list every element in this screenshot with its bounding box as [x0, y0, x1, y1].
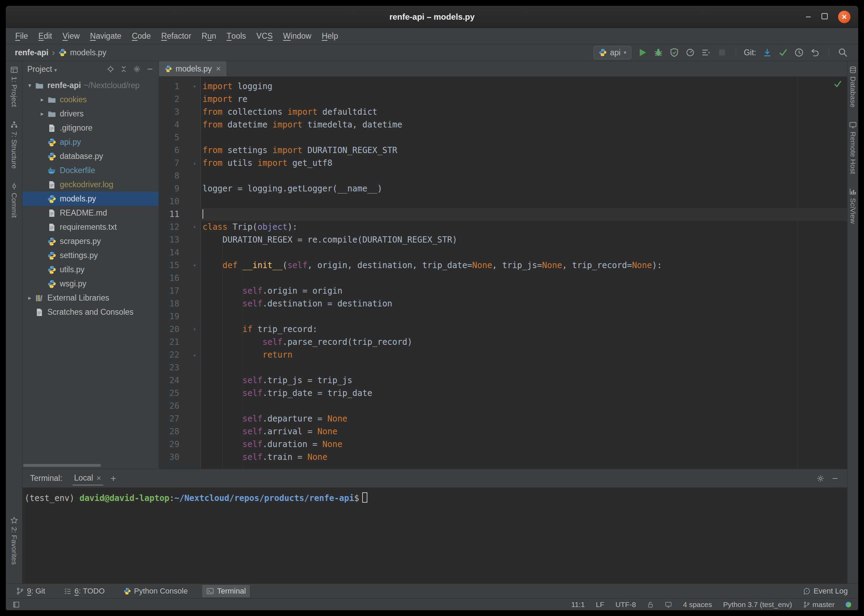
toolwindow-button-commit[interactable]: Commit	[10, 182, 18, 218]
code-editor[interactable]: 1▾import logging2import re3from collecti…	[159, 77, 847, 469]
breadcrumb-item-renfe-api[interactable]: renfe-api	[15, 48, 49, 57]
code-line[interactable]: 13 DURATION_REGEX = re.compile(DURATION_…	[159, 234, 847, 246]
locate-file-button[interactable]	[107, 65, 114, 73]
toolwindow-button-sciview[interactable]: SciView	[849, 188, 857, 223]
notification-indicator[interactable]	[846, 602, 851, 607]
chevron-right-icon[interactable]: ▸	[37, 96, 47, 103]
breadcrumb-item-models-py[interactable]: models.py	[70, 48, 107, 57]
close-terminal-tab-icon[interactable]	[96, 475, 102, 481]
chevron-right-icon[interactable]: ▸	[37, 110, 47, 118]
toolwindow-button-7-structure[interactable]: 7: Structure	[10, 121, 18, 169]
toolwindow-button-9-git[interactable]: 9: Git	[12, 585, 49, 597]
interpreter-selector[interactable]: Python 3.7 (test_env)	[723, 600, 792, 609]
tree-item-models-py[interactable]: models.py	[22, 192, 159, 206]
commit-button[interactable]	[777, 46, 789, 59]
fold-marker-icon[interactable]: ▾	[188, 323, 201, 336]
menu-item-view[interactable]: View	[57, 28, 85, 44]
code-line[interactable]: 19	[159, 310, 847, 323]
chevron-right-icon[interactable]: ▸	[25, 294, 35, 302]
code-line[interactable]: 25 self.trip_date = trip_date	[159, 387, 847, 400]
inspections-ok-icon[interactable]	[833, 79, 842, 88]
fold-marker-icon[interactable]: ▾	[188, 259, 201, 272]
tree-item-readme-md[interactable]: README.md	[22, 206, 159, 220]
menu-item-file[interactable]: File	[10, 28, 33, 44]
code-line[interactable]: 8	[159, 170, 847, 182]
tree-item-requirements-txt[interactable]: requirements.txt	[22, 220, 159, 234]
menu-item-window[interactable]: Window	[278, 28, 316, 44]
collapse-all-button[interactable]	[120, 65, 127, 73]
menu-item-run[interactable]: Run	[196, 28, 221, 44]
tree-item-dockerfile[interactable]: Dockerfile	[22, 163, 159, 178]
fold-marker-icon[interactable]: ▾	[188, 221, 201, 234]
caret-position[interactable]: 11:1	[571, 600, 585, 609]
code-line[interactable]: 14	[159, 246, 847, 259]
toolwindow-button-terminal[interactable]: Terminal	[202, 585, 250, 597]
code-line[interactable]: 22▴ return	[159, 349, 847, 361]
event-log-button[interactable]: Event Log	[799, 585, 852, 597]
line-separator[interactable]: LF	[596, 600, 604, 609]
tree-item-scrapers-py[interactable]: scrapers.py	[22, 234, 159, 248]
close-button[interactable]: ×	[838, 11, 850, 23]
code-line[interactable]: 9logger = logging.getLogger(__name__)	[159, 182, 847, 195]
toolwindow-button-python-console[interactable]: Python Console	[119, 585, 192, 597]
chevron-down-icon[interactable]: ▾	[25, 82, 35, 89]
code-line[interactable]: 29 self.duration = None	[159, 438, 847, 451]
code-line[interactable]: 28 self.arrival = None	[159, 425, 847, 438]
menu-item-navigate[interactable]: Navigate	[85, 28, 127, 44]
tree-item-cookies[interactable]: ▸cookies	[22, 93, 159, 107]
menu-item-tools[interactable]: Tools	[222, 28, 251, 44]
tree-item-utils-py[interactable]: utils.py	[22, 262, 159, 277]
code-line[interactable]: 23	[159, 361, 847, 374]
tree-item-renfe-api[interactable]: ▾renfe-api~/Nextcloud/rep	[22, 79, 159, 93]
code-line[interactable]: 15▾ def __init__(self, origin, destinati…	[159, 259, 847, 272]
maximize-button[interactable]	[822, 13, 828, 21]
code-line[interactable]: 26	[159, 400, 847, 413]
tree-item-api-py[interactable]: api.py	[22, 135, 159, 149]
code-line[interactable]: 11	[159, 208, 847, 221]
code-line[interactable]: 2import re	[159, 93, 847, 106]
settings-gear-button[interactable]	[133, 65, 141, 73]
code-line[interactable]: 21 self.parse_record(trip_record)	[159, 336, 847, 349]
new-terminal-tab-button[interactable]	[109, 474, 118, 483]
hide-panel-button[interactable]	[146, 65, 154, 73]
fold-marker-icon[interactable]: ▴	[188, 349, 201, 361]
tab-models-py[interactable]: models.py ×	[159, 61, 227, 76]
tree-item-external-libraries[interactable]: ▸External Libraries	[22, 291, 159, 305]
code-line[interactable]: 24 self.trip_js = trip_js	[159, 374, 847, 387]
terminal-output[interactable]: (test_env) david@david-laptop:~/Nextclou…	[22, 487, 847, 583]
code-line[interactable]: 5	[159, 131, 847, 144]
lock-icon[interactable]	[647, 601, 654, 608]
code-line[interactable]: 6from settings import DURATION_REGEX_STR	[159, 144, 847, 157]
code-line[interactable]: 3from collections import defaultdict	[159, 106, 847, 118]
indent-setting[interactable]: 4 spaces	[683, 600, 712, 609]
toolwindow-button-database[interactable]: Database	[849, 66, 857, 107]
close-tab-icon[interactable]: ×	[216, 64, 221, 74]
debug-button[interactable]	[652, 46, 664, 59]
code-line[interactable]: 12▾class Trip(object):	[159, 221, 847, 234]
terminal-tab-local[interactable]: Local	[72, 471, 103, 486]
stop-button[interactable]	[716, 46, 728, 59]
file-encoding[interactable]: UTF-8	[615, 600, 636, 609]
concurrency-diagram-button[interactable]	[700, 46, 712, 59]
code-line[interactable]: 16	[159, 272, 847, 285]
menu-item-refactor[interactable]: Refactor	[156, 28, 196, 44]
profile-button[interactable]	[684, 46, 696, 59]
rollback-button[interactable]	[809, 46, 821, 59]
menu-item-edit[interactable]: Edit	[33, 28, 57, 44]
menu-item-code[interactable]: Code	[126, 28, 156, 44]
tree-item-scratches-and-consoles[interactable]: Scratches and Consoles	[22, 305, 159, 319]
toolwindow-button-remote-host[interactable]: Remote Host	[849, 121, 857, 174]
search-everywhere-button[interactable]	[837, 46, 849, 59]
code-line[interactable]: 20▾ if trip_record:	[159, 323, 847, 336]
fold-marker-icon[interactable]: ▴	[188, 157, 201, 170]
terminal-settings-button[interactable]	[816, 474, 825, 483]
horizontal-scrollbar[interactable]	[23, 464, 101, 467]
run-button[interactable]	[636, 46, 649, 59]
minimize-button[interactable]: −	[806, 12, 811, 22]
run-with-coverage-button[interactable]	[668, 46, 680, 59]
history-button[interactable]	[793, 46, 805, 59]
tree-item-settings-py[interactable]: settings.py	[22, 248, 159, 262]
git-branch-widget[interactable]: master	[803, 600, 835, 609]
run-configuration-select[interactable]: api ▾	[593, 46, 631, 60]
screen-icon[interactable]	[665, 601, 672, 608]
